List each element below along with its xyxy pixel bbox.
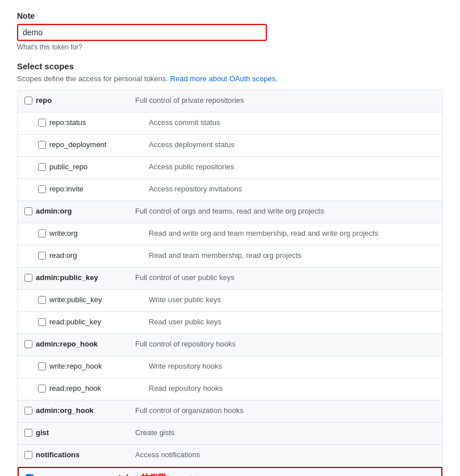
- scope-name-admin_public_key: admin:public_key: [36, 273, 135, 282]
- scope-name-write_repo_hook: write:repo_hook: [49, 362, 149, 370]
- user-group-wrapper: token的权限userUpdate all user dataread:use…: [18, 467, 442, 476]
- checkbox-repo[interactable]: [24, 97, 32, 105]
- note-hint: What's this token for?: [17, 43, 443, 51]
- scope-row-admin_org_hook: admin:org_hookFull control of organizati…: [18, 400, 442, 423]
- scope-desc-repo_invite: Access repository invitations: [149, 185, 436, 193]
- scope-name-read_repo_hook: read:repo_hook: [49, 384, 149, 393]
- scope-name-read_public_key: read:public_key: [49, 318, 149, 326]
- checkbox-admin_public_key[interactable]: [24, 274, 32, 282]
- scope-row-repo_invite: repo:inviteAccess repository invitations: [18, 179, 442, 201]
- checkbox-gist[interactable]: [24, 429, 32, 437]
- scope-desc-admin_org_hook: Full control of organization hooks: [135, 406, 436, 415]
- scope-desc-admin_repo_hook: Full control of repository hooks: [135, 340, 436, 348]
- scope-row-read_org: read:orgRead and team membership, read o…: [18, 245, 442, 268]
- scope-row-notifications: notificationsAccess notifications: [18, 445, 442, 467]
- scope-desc-read_org: Read and team membership, read org proje…: [149, 251, 436, 260]
- scope-desc-write_public_key: Write user public keys: [149, 295, 436, 304]
- scope-name-write_public_key: write:public_key: [49, 295, 149, 304]
- scope-desc-public_repo: Access public repositories: [149, 162, 436, 171]
- scope-name-public_repo: public_repo: [49, 162, 149, 171]
- scope-row-admin_public_key: admin:public_keyFull control of user pub…: [18, 268, 442, 290]
- scope-row-write_public_key: write:public_keyWrite user public keys: [18, 290, 442, 312]
- scope-row-admin_repo_hook: admin:repo_hookFull control of repositor…: [18, 334, 442, 356]
- scope-row-repo: repoFull control of private repositories: [18, 90, 442, 112]
- scope-desc-repo_deployment: Access deployment status: [149, 140, 436, 149]
- scopes-description: Scopes define the access for personal to…: [17, 74, 443, 83]
- scope-name-repo_deployment: repo_deployment: [49, 140, 149, 149]
- scope-name-user: user: [37, 474, 136, 476]
- scope-row-repo_deployment: repo_deploymentAccess deployment status: [18, 135, 442, 157]
- scope-name-repo: repo: [36, 96, 135, 105]
- scope-name-repo_status: repo:status: [49, 118, 149, 127]
- checkbox-repo_status[interactable]: [38, 119, 46, 127]
- scope-name-admin_repo_hook: admin:repo_hook: [36, 340, 135, 348]
- checkbox-read_public_key[interactable]: [38, 318, 46, 326]
- scope-row-user: userUpdate all user data: [19, 468, 441, 476]
- scope-desc-read_repo_hook: Read repository hooks: [149, 384, 436, 393]
- scope-name-write_org: write:org: [49, 229, 149, 237]
- checkbox-write_org[interactable]: [38, 229, 46, 237]
- scope-desc-admin_public_key: Full control of user public keys: [135, 273, 436, 282]
- checkbox-read_repo_hook[interactable]: [38, 385, 46, 393]
- checkbox-notifications[interactable]: [24, 451, 32, 459]
- scope-desc-repo: Full control of private repositories: [135, 96, 436, 105]
- checkbox-admin_org[interactable]: [24, 207, 32, 215]
- scope-row-admin_org: admin:orgFull control of orgs and teams,…: [18, 201, 442, 223]
- checkbox-public_repo[interactable]: [38, 163, 46, 171]
- scope-row-read_public_key: read:public_keyRead user public keys: [18, 312, 442, 334]
- scope-desc-gist: Create gists: [135, 428, 436, 437]
- scope-row-repo_status: repo:statusAccess commit status: [18, 112, 442, 135]
- checkbox-read_org[interactable]: [38, 252, 46, 260]
- checkbox-repo_deployment[interactable]: [38, 141, 46, 149]
- scope-name-admin_org: admin:org: [36, 207, 135, 215]
- scope-name-notifications: notifications: [36, 450, 135, 459]
- note-label: Note: [17, 11, 443, 20]
- scope-name-repo_invite: repo:invite: [49, 185, 149, 193]
- scope-desc-notifications: Access notifications: [135, 450, 436, 459]
- checkbox-admin_org_hook[interactable]: [24, 407, 32, 415]
- checkbox-repo_invite[interactable]: [38, 185, 46, 193]
- scope-desc-read_public_key: Read user public keys: [149, 318, 436, 326]
- scope-row-write_repo_hook: write:repo_hookWrite repository hooks: [18, 356, 442, 378]
- scope-desc-write_org: Read and write org and team membership, …: [149, 229, 436, 237]
- scope-desc-write_repo_hook: Write repository hooks: [149, 362, 436, 370]
- scope-row-public_repo: public_repoAccess public repositories: [18, 157, 442, 179]
- oauth-scopes-link[interactable]: Read more about OAuth scopes.: [170, 74, 278, 83]
- scope-name-read_org: read:org: [49, 251, 149, 260]
- checkbox-write_repo_hook[interactable]: [38, 362, 46, 370]
- scope-desc-user: Update all user data: [136, 474, 434, 476]
- scope-desc-admin_org: Full control of orgs and teams, read and…: [135, 207, 436, 215]
- scope-desc-repo_status: Access commit status: [149, 118, 436, 127]
- scope-name-gist: gist: [36, 428, 135, 437]
- scope-name-admin_org_hook: admin:org_hook: [36, 406, 135, 415]
- scope-row-write_org: write:orgRead and write org and team mem…: [18, 223, 442, 245]
- checkbox-write_public_key[interactable]: [38, 296, 46, 304]
- scope-row-read_repo_hook: read:repo_hookRead repository hooks: [18, 378, 442, 400]
- checkbox-admin_repo_hook[interactable]: [24, 340, 32, 348]
- select-scopes-title: Select scopes: [17, 61, 443, 71]
- scopes-table: repoFull control of private repositories…: [17, 90, 443, 476]
- scope-row-gist: gistCreate gists: [18, 423, 442, 445]
- note-input[interactable]: [17, 24, 267, 41]
